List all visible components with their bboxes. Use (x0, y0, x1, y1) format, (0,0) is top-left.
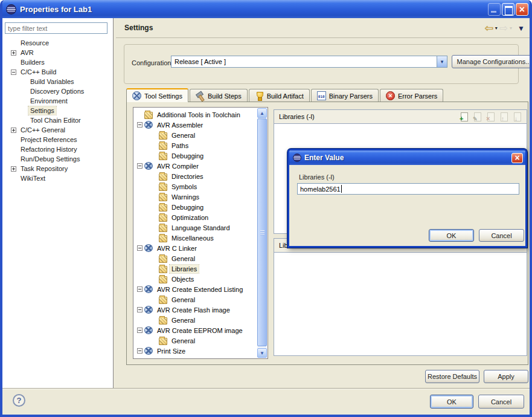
tree-expand-icon[interactable] (137, 122, 143, 128)
tree-item-icon (159, 338, 167, 345)
sidebar-item[interactable]: Environment (2, 96, 114, 106)
tree-scrollbar[interactable]: ▲ ▼ (257, 108, 267, 358)
cancel-button[interactable]: Cancel (478, 395, 524, 409)
tree-expand-icon[interactable] (11, 166, 16, 172)
tab[interactable]: Build Artifact (249, 89, 310, 102)
tool-tree-item[interactable]: Debugging (133, 150, 257, 161)
tree-expand-icon[interactable] (11, 50, 16, 56)
scroll-up-icon[interactable]: ▲ (257, 108, 267, 118)
tool-tree-item[interactable]: AVR Create EEPROM image (133, 325, 257, 335)
tool-tree-item[interactable]: Print Size (133, 346, 257, 356)
tool-tree-item[interactable]: General (133, 294, 257, 305)
toolbar-icon[interactable] (486, 112, 495, 121)
sidebar-item[interactable]: WikiText (2, 173, 114, 183)
help-icon[interactable]: ? (13, 394, 25, 407)
sidebar-item-label: Builders (19, 58, 46, 66)
sidebar-item[interactable]: Build Variables (2, 77, 114, 86)
tool-tree-item[interactable]: AVR Compiler (133, 161, 257, 171)
window-titlebar[interactable]: Properties for Lab1 (0, 0, 532, 18)
tool-tree-item[interactable]: Symbols (133, 181, 257, 192)
tool-tree-item[interactable]: AVR Assembler (133, 120, 257, 130)
scrollbar-thumb[interactable] (257, 118, 267, 346)
sidebar-item-label: Task Repository (19, 164, 69, 173)
sidebar-item-label: C/C++ Build (19, 68, 58, 76)
tool-tree-item[interactable]: Objects (133, 274, 257, 284)
sidebar-item[interactable]: AVR (2, 48, 114, 57)
scroll-down-icon[interactable]: ▼ (257, 348, 267, 358)
sidebar-item[interactable]: Builders (2, 57, 114, 67)
dialog-cancel-button[interactable]: Cancel (479, 229, 524, 242)
tool-tree-item[interactable]: General (133, 130, 257, 140)
tree-item-icon (144, 347, 153, 355)
tool-tree-item[interactable]: Directories (133, 171, 257, 181)
sidebar-item[interactable]: Resource (2, 38, 114, 48)
toolbar-icon[interactable] (473, 112, 482, 121)
sidebar-item[interactable]: Run/Debug Settings (2, 154, 114, 164)
tree-expand-icon[interactable] (137, 163, 143, 169)
tool-tree-item[interactable]: AVR C Linker (133, 243, 257, 253)
toolbar-icon[interactable] (499, 112, 508, 121)
tab-label: Build Steps (208, 92, 242, 100)
filter-input[interactable] (5, 22, 107, 34)
dialog-titlebar[interactable]: Enter Value (289, 150, 525, 165)
tree-expand-icon[interactable] (137, 245, 143, 251)
tab[interactable]: Error Parsers (380, 89, 443, 102)
tool-tree-item[interactable]: Libraries (133, 263, 257, 274)
apply-button[interactable]: Apply (484, 370, 528, 383)
configuration-select[interactable]: Release [ Active ] ▾ (171, 56, 447, 68)
tool-tree-item[interactable]: Warnings (133, 192, 257, 202)
close-button[interactable] (516, 3, 528, 16)
chevron-down-icon[interactable]: ▾ (437, 56, 447, 67)
sidebar-item[interactable]: C/C++ General (2, 125, 114, 135)
back-icon[interactable]: ⇦ (485, 22, 493, 34)
sidebar-item[interactable]: Settings (2, 106, 114, 115)
tree-expand-icon[interactable] (137, 348, 143, 354)
sidebar-item[interactable]: Refactoring History (2, 144, 114, 154)
maximize-button[interactable] (502, 3, 514, 16)
restore-defaults-button[interactable]: Restore Defaults (425, 370, 479, 383)
tool-tree-item[interactable]: General (133, 315, 257, 325)
tab[interactable]: Tool Settings (126, 88, 188, 102)
tool-tree-item[interactable]: Additional Tools in Toolchain (133, 109, 257, 120)
tree-item-icon (144, 244, 153, 252)
tree-expand-icon[interactable] (137, 307, 143, 312)
tab[interactable]: Build Steps (190, 89, 248, 102)
tree-expand-icon[interactable] (137, 286, 143, 292)
tool-tree-item[interactable]: General (133, 253, 257, 263)
dialog-title: Enter Value (304, 154, 511, 162)
tab[interactable]: Binary Parsers (311, 89, 379, 102)
sidebar-item-label: Project References (19, 135, 79, 144)
sidebar-item-label: Build Variables (28, 77, 76, 86)
tool-tree-item[interactable]: General (133, 335, 257, 346)
sidebar-item[interactable]: C/C++ Build (2, 67, 114, 77)
tool-tree-item[interactable]: Optimization (133, 212, 257, 222)
manage-configurations-button[interactable]: Manage Configurations... (452, 55, 532, 68)
sidebar-item-label: C/C++ General (19, 126, 67, 134)
tool-tree-item[interactable]: Miscellaneous (133, 233, 257, 243)
sidebar: Resource AVR Builders C/C++ Build Build … (2, 18, 114, 388)
tree-expand-icon[interactable] (137, 328, 143, 333)
value-input[interactable]: homelab2561 (297, 183, 519, 195)
sidebar-item[interactable]: Task Repository (2, 164, 114, 173)
tool-tree-item[interactable]: AVR Create Extended Listing (133, 284, 257, 294)
tree-expand-icon[interactable] (11, 70, 16, 75)
properties-window: Properties for Lab1 Resource AVR Builder… (0, 0, 532, 417)
configuration-value: Release [ Active ] (171, 58, 437, 65)
tool-tree-item[interactable]: Paths (133, 140, 257, 150)
minimize-button[interactable] (488, 3, 501, 16)
sidebar-item[interactable]: Tool Chain Editor (2, 115, 114, 125)
tool-tree-item[interactable]: Language Standard (133, 222, 257, 233)
tree-expand-icon[interactable] (11, 128, 16, 133)
history-nav: ⇦ ▾ ⇨ ▾ ▼ (485, 22, 525, 34)
back-dropdown-icon[interactable]: ▾ (495, 25, 498, 31)
tool-tree-item[interactable]: Debugging (133, 202, 257, 212)
view-menu-icon[interactable]: ▼ (518, 24, 525, 33)
sidebar-item[interactable]: Project References (2, 135, 114, 144)
ok-button[interactable]: OK (430, 395, 473, 409)
toolbar-icon[interactable] (460, 112, 469, 121)
dialog-ok-button[interactable]: OK (429, 229, 474, 242)
sidebar-item[interactable]: Discovery Options (2, 86, 114, 96)
tool-tree-item[interactable]: AVR Create Flash image (133, 305, 257, 315)
toolbar-icon[interactable] (513, 112, 522, 121)
dialog-close-button[interactable] (511, 153, 523, 163)
